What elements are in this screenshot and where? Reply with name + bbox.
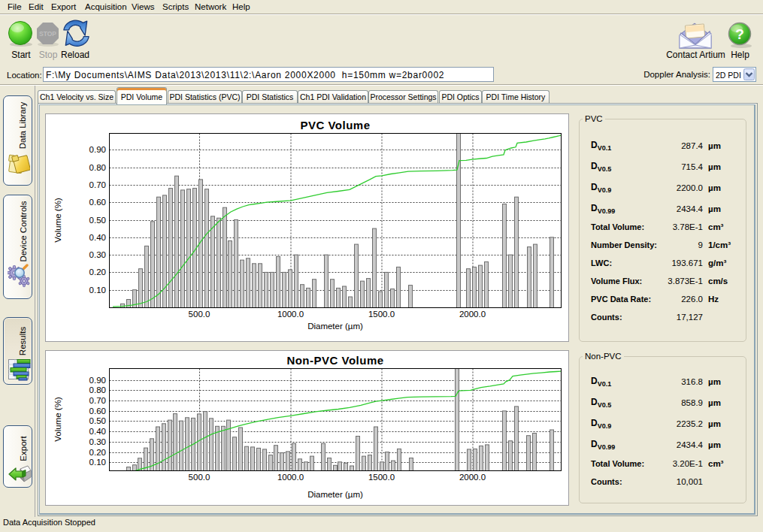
svg-text:0.30: 0.30	[89, 437, 106, 446]
svg-text:1000.0: 1000.0	[277, 473, 304, 482]
svg-text:0.70: 0.70	[89, 396, 106, 405]
svg-text:500.0: 500.0	[189, 310, 210, 319]
svg-text:0.10: 0.10	[89, 286, 106, 295]
svg-text:0.50: 0.50	[89, 416, 106, 425]
svg-text:1500.0: 1500.0	[368, 310, 395, 319]
svg-text:?: ?	[735, 26, 744, 42]
svg-text:0.40: 0.40	[89, 427, 106, 436]
svg-text:0.20: 0.20	[89, 268, 106, 277]
svg-text:Diameter (µm): Diameter (µm)	[307, 322, 363, 331]
svg-text:1500.0: 1500.0	[368, 473, 395, 482]
svg-text:Diameter (µm): Diameter (µm)	[307, 490, 363, 499]
svg-text:Non-PVC Volume: Non-PVC Volume	[286, 354, 383, 367]
svg-text:Volume (%): Volume (%)	[53, 397, 62, 442]
svg-text:0.60: 0.60	[89, 407, 106, 416]
svg-text:0.40: 0.40	[89, 233, 106, 242]
svg-text:0.90: 0.90	[89, 145, 106, 154]
svg-text:0.80: 0.80	[89, 385, 106, 394]
svg-text:0.90: 0.90	[89, 376, 106, 385]
svg-text:0.70: 0.70	[89, 180, 106, 189]
svg-text:0.10: 0.10	[89, 458, 106, 467]
svg-text:1000.0: 1000.0	[277, 310, 304, 319]
svg-text:500.0: 500.0	[189, 473, 210, 482]
svg-text:PVC Volume: PVC Volume	[300, 119, 370, 131]
svg-text:2000.0: 2000.0	[459, 310, 486, 319]
svg-text:STOP: STOP	[39, 30, 56, 38]
svg-text:0.50: 0.50	[89, 216, 106, 225]
svg-text:0.80: 0.80	[89, 163, 106, 172]
svg-text:0.20: 0.20	[89, 448, 106, 457]
svg-text:0.60: 0.60	[89, 198, 106, 207]
svg-text:Volume (%): Volume (%)	[53, 198, 62, 243]
svg-text:2000.0: 2000.0	[459, 473, 486, 482]
svg-text:0.30: 0.30	[89, 250, 106, 259]
